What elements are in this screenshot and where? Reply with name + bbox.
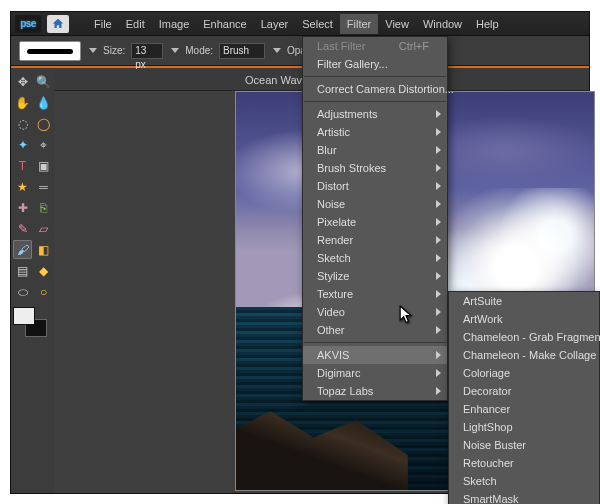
menuitem-label: Decorator: [463, 385, 511, 397]
submenu-arrow-icon: [436, 308, 441, 316]
menu-image[interactable]: Image: [152, 14, 197, 34]
menuitem-blur[interactable]: Blur: [303, 141, 447, 159]
quick-select-tool[interactable]: ⌖: [34, 135, 53, 154]
menuitem-retoucher[interactable]: Retoucher: [449, 454, 599, 472]
menuitem-chameleon-grab[interactable]: Chameleon - Grab Fragment: [449, 328, 599, 346]
menuitem-topaz[interactable]: Topaz Labs: [303, 382, 447, 400]
menuitem-video[interactable]: Video: [303, 303, 447, 321]
crop-tool[interactable]: ▣: [34, 156, 53, 175]
menubar: File Edit Image Enhance Layer Select Fil…: [87, 14, 506, 34]
menuitem-camera-distortion[interactable]: Correct Camera Distortion...: [303, 80, 447, 98]
submenu-arrow-icon: [436, 254, 441, 262]
menuitem-decorator[interactable]: Decorator: [449, 382, 599, 400]
mode-select[interactable]: Brush: [219, 43, 265, 59]
menu-separator: [304, 76, 446, 77]
menuitem-label: Stylize: [317, 270, 349, 282]
chevron-down-icon[interactable]: [273, 48, 281, 53]
cookie-tool[interactable]: ★: [13, 177, 32, 196]
eraser-tool[interactable]: ▱: [34, 219, 53, 238]
menuitem-artwork[interactable]: ArtWork: [449, 310, 599, 328]
clone-tool[interactable]: ⎘: [34, 198, 53, 217]
brush-preset-picker[interactable]: [19, 41, 81, 61]
submenu-arrow-icon: [436, 110, 441, 118]
titlebar: pse File Edit Image Enhance Layer Select…: [11, 12, 589, 36]
chevron-down-icon[interactable]: [89, 48, 97, 53]
submenu-arrow-icon: [436, 290, 441, 298]
menuitem-distort[interactable]: Distort: [303, 177, 447, 195]
type-tool[interactable]: T: [13, 156, 32, 175]
submenu-arrow-icon: [436, 218, 441, 226]
menuitem-render[interactable]: Render: [303, 231, 447, 249]
lasso-tool[interactable]: ◯: [34, 114, 53, 133]
menuitem-last-filter: Last Filter Ctrl+F: [303, 37, 447, 55]
menu-enhance[interactable]: Enhance: [196, 14, 253, 34]
menuitem-label: Digimarc: [317, 367, 360, 379]
menuitem-pixelate[interactable]: Pixelate: [303, 213, 447, 231]
menu-separator: [304, 101, 446, 102]
menu-view[interactable]: View: [378, 14, 416, 34]
app-logo: pse: [15, 15, 41, 33]
submenu-arrow-icon: [436, 182, 441, 190]
menuitem-smartmask[interactable]: SmartMask: [449, 490, 599, 504]
sponge-tool[interactable]: ○: [34, 282, 53, 301]
color-swatches[interactable]: [13, 307, 47, 337]
submenu-arrow-icon: [436, 326, 441, 334]
menuitem-sketch[interactable]: Sketch: [449, 472, 599, 490]
chevron-down-icon[interactable]: [171, 48, 179, 53]
menuitem-label: Correct Camera Distortion...: [317, 83, 454, 95]
menuitem-digimarc[interactable]: Digimarc: [303, 364, 447, 382]
menuitem-coloriage[interactable]: Coloriage: [449, 364, 599, 382]
menu-edit[interactable]: Edit: [119, 14, 152, 34]
fg-color[interactable]: [13, 307, 35, 325]
healing-tool[interactable]: ✚: [13, 198, 32, 217]
submenu-arrow-icon: [436, 164, 441, 172]
brush-tool[interactable]: 🖌: [13, 240, 32, 259]
menu-file[interactable]: File: [87, 14, 119, 34]
menuitem-label: Video: [317, 306, 345, 318]
menu-select[interactable]: Select: [295, 14, 340, 34]
menuitem-stylize[interactable]: Stylize: [303, 267, 447, 285]
menuitem-artistic[interactable]: Artistic: [303, 123, 447, 141]
menuitem-akvis[interactable]: AKVIS: [303, 346, 447, 364]
menuitem-noise[interactable]: Noise: [303, 195, 447, 213]
toolbox: ✥🔍 ✋💧 ◌◯ ✦⌖ T▣ ★═ ✚⎘ ✎▱ 🖌◧ ▤◆ ⬭○: [11, 69, 55, 493]
marquee-tool[interactable]: ◌: [13, 114, 32, 133]
menu-separator: [304, 342, 446, 343]
gradient-tool[interactable]: ▤: [13, 261, 32, 280]
blur-tool[interactable]: ⬭: [13, 282, 32, 301]
menu-filter[interactable]: Filter: [340, 14, 378, 34]
hand-tool[interactable]: ✋: [13, 93, 32, 112]
menuitem-label: AKVIS: [317, 349, 349, 361]
menuitem-artsuite[interactable]: ArtSuite: [449, 292, 599, 310]
menu-help[interactable]: Help: [469, 14, 506, 34]
straighten-tool[interactable]: ═: [34, 177, 53, 196]
zoom-tool[interactable]: 🔍: [34, 72, 53, 91]
home-button[interactable]: [47, 15, 69, 33]
size-input[interactable]: 13 px: [131, 43, 163, 59]
menuitem-label: Distort: [317, 180, 349, 192]
move-tool[interactable]: ✥: [13, 72, 32, 91]
accent-divider: [11, 66, 589, 68]
menuitem-other[interactable]: Other: [303, 321, 447, 339]
magic-wand-tool[interactable]: ✦: [13, 135, 32, 154]
menuitem-label: Sketch: [463, 475, 497, 487]
menuitem-noise-buster[interactable]: Noise Buster: [449, 436, 599, 454]
submenu-arrow-icon: [436, 272, 441, 280]
menuitem-sketch[interactable]: Sketch: [303, 249, 447, 267]
app-inner: pse File Edit Image Enhance Layer Select…: [10, 11, 590, 494]
menuitem-label: Coloriage: [463, 367, 510, 379]
menuitem-brush-strokes[interactable]: Brush Strokes: [303, 159, 447, 177]
bucket-tool[interactable]: ◧: [34, 240, 53, 259]
shape-tool[interactable]: ◆: [34, 261, 53, 280]
pencil-tool[interactable]: ✎: [13, 219, 32, 238]
menuitem-lightshop[interactable]: LightShop: [449, 418, 599, 436]
submenu-arrow-icon: [436, 146, 441, 154]
menuitem-texture[interactable]: Texture: [303, 285, 447, 303]
menuitem-adjustments[interactable]: Adjustments: [303, 105, 447, 123]
eyedropper-tool[interactable]: 💧: [34, 93, 53, 112]
menu-window[interactable]: Window: [416, 14, 469, 34]
menuitem-chameleon-collage[interactable]: Chameleon - Make Collage: [449, 346, 599, 364]
menuitem-enhancer[interactable]: Enhancer: [449, 400, 599, 418]
menu-layer[interactable]: Layer: [254, 14, 296, 34]
menuitem-filter-gallery[interactable]: Filter Gallery...: [303, 55, 447, 73]
